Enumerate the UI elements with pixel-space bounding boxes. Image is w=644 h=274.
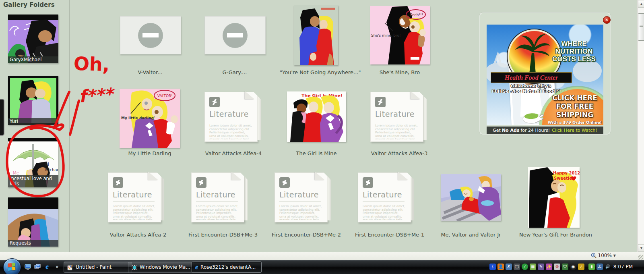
taskbar-button-label: Windows Movie Ma... <box>140 264 190 270</box>
thumb-new-years-gift[interactable]: Happy 2012, Sweetie! <box>528 167 580 228</box>
tray-update-icon[interactable]: 👤 <box>497 264 504 270</box>
thumb-title[interactable]: G-Gary.... <box>204 69 265 75</box>
paint-icon <box>67 264 73 270</box>
thumb-lit-first-encounter-2[interactable]: Literature Lorem ipsum dolor sit amet, c… <box>275 172 332 222</box>
svg-text:Me: Me <box>13 171 19 175</box>
zoom-dropdown-arrow[interactable]: ▼ <box>613 254 616 257</box>
tray-mouse-error-icon[interactable]: ⊗ <box>554 264 560 270</box>
scrollbar-up-button[interactable]: ▲ <box>638 0 644 8</box>
annotation-expletive: f*** <box>78 84 113 106</box>
thumb-lit-valtor-attacks-alfea-2[interactable]: Literature Lorem ipsum dolor sit amet, c… <box>108 172 165 222</box>
ad-close-button[interactable]: ✕ <box>603 16 611 24</box>
taskbar-button-movie-maker[interactable]: Windows Movie Ma... <box>128 262 194 273</box>
ad-cta-text[interactable]: CLICK HEREFOR FREESHIPPING <box>546 94 603 119</box>
noads-watch-link[interactable]: Click Here to Watch! <box>552 128 597 133</box>
taskbar-button-paint[interactable]: Untitled - Paint <box>64 262 132 273</box>
svg-text:Michael: Michael <box>45 168 58 172</box>
ad-offer-text: With a $79 Order Online! <box>546 120 603 125</box>
noads-text: Get <box>493 128 501 133</box>
thumb-title[interactable]: First Encounter-DSB+Me-3 <box>188 232 255 238</box>
quicklaunch-overflow-chevron[interactable]: » <box>55 263 60 270</box>
literature-excerpt: Lorem ipsum dolor sit amet, consectetur … <box>279 205 322 220</box>
thumb-title[interactable]: New Year's Gift For Brandon <box>519 232 588 238</box>
thumb-title[interactable]: Me, Valtor and Valtor Jr <box>439 232 503 238</box>
windows-logo-icon <box>8 263 16 271</box>
thumb-title[interactable]: Valtor Attacks Alfea-2 <box>108 232 168 238</box>
taskbar-button-label: Untitled - Paint <box>76 264 111 270</box>
thumb-shes-mine-bro[interactable]: Eeeh!!! She's mine, bro! <box>370 6 430 64</box>
folder-label[interactable]: Yuri <box>8 118 58 125</box>
thumb-v-valtor[interactable] <box>120 16 181 54</box>
thumb-me-valtor-jr[interactable] <box>441 174 501 221</box>
thumb-title[interactable]: Valtor Attacks Alfea-4 <box>203 150 264 156</box>
tray-antivirus-icon[interactable]: ✓ <box>578 264 584 270</box>
thumb-youre-not-going[interactable] <box>294 5 338 65</box>
thumb-title[interactable]: She's Mine, Bro <box>369 69 430 75</box>
ad-container: WHERENUTRITIONCOSTS LESS Health Food Cen… <box>479 12 611 135</box>
browser-status-bar: 100% ▼ <box>0 252 644 260</box>
blocked-icon <box>138 23 163 48</box>
folder-garyxmichael-art <box>8 15 58 63</box>
blocked-icon <box>223 23 248 48</box>
folder-label[interactable]: Incestual love and kids <box>8 175 58 187</box>
thumb-lit-first-encounter-3[interactable]: Literature Lorem ipsum dolor sit amet, c… <box>191 172 248 222</box>
vertical-scrollbar[interactable]: ▲ ▼ <box>637 0 644 252</box>
deviantart-logo-icon <box>375 97 386 107</box>
folder-requests[interactable]: Requests <box>8 197 58 247</box>
tray-power-battery-icon[interactable]: ▮ <box>588 264 595 270</box>
folder-garyxmichael[interactable]: GaryXMichael <box>8 15 58 63</box>
internet-explorer-icon: e <box>195 264 198 271</box>
tray-offline-user-icon[interactable]: ✗ <box>506 264 512 270</box>
svg-text:VALTOR!: VALTOR! <box>157 94 173 98</box>
tray-security-shield-icon[interactable]: 🛡 <box>562 264 568 270</box>
zoom-control[interactable]: 100% ▼ <box>591 253 616 258</box>
thumb-the-girl-is-mine[interactable]: The Girl Is Mine! <box>287 91 346 142</box>
scrollbar-thumb[interactable] <box>638 13 644 41</box>
thumb-title[interactable]: Valtor Attacks Alfea-3 <box>369 150 429 156</box>
cursor-arrow-icon <box>535 114 545 125</box>
tray-bluetooth-icon[interactable]: ᛒ <box>489 264 496 270</box>
folder-yuri-art <box>8 76 58 125</box>
tray-display-icon[interactable]: 🖵 <box>514 264 520 270</box>
resize-grip[interactable] <box>638 255 643 259</box>
windows-taskbar: e » Untitled - Paint Windows Movie Ma...… <box>0 260 644 274</box>
folder-requests-art <box>8 197 58 247</box>
start-button[interactable] <box>3 258 21 274</box>
girl-is-mine-art: The Girl Is Mine! <box>287 91 346 142</box>
quicklaunch-internet-explorer[interactable]: e <box>43 263 51 270</box>
tray-camera-icon[interactable]: ◉ <box>570 264 576 270</box>
tray-tablet-pen-icon[interactable]: ✎ <box>538 264 544 270</box>
literature-heading: Literature <box>209 110 249 118</box>
thumb-title[interactable]: The Girl Is Mine <box>286 150 347 156</box>
thumb-title[interactable]: My Little Darling <box>120 150 180 156</box>
folder-yuri[interactable]: Yuri <box>8 76 58 125</box>
quicklaunch-show-desktop[interactable] <box>24 263 31 270</box>
thumb-g-gary[interactable] <box>204 16 266 54</box>
taskbar-clock[interactable]: 8:07 PM <box>613 264 633 270</box>
folder-label[interactable]: Requests <box>8 240 58 247</box>
thumb-lit-valtor-attacks-alfea-4[interactable]: Literature Lorem ipsum dolor sit amet, c… <box>204 92 262 141</box>
thumb-title[interactable]: First Encounter-DSB+Me-2 <box>272 232 338 238</box>
folder-label[interactable]: GaryXMichael <box>8 56 58 63</box>
taskbar-button-deviantart[interactable]: e Rose3212's deviantA... <box>192 262 262 273</box>
thumb-lit-valtor-attacks-alfea-3[interactable]: Literature Lorem ipsum dolor sit amet, c… <box>370 92 427 141</box>
tray-effects-icon[interactable]: ✨ <box>546 264 552 270</box>
thumb-title[interactable]: V-Valtor... <box>120 69 180 75</box>
deviantart-logo-icon <box>279 177 290 188</box>
thumb-title[interactable]: "You're Not Going Anywhere..." <box>280 69 352 75</box>
folder-incestual-love[interactable]: BJ Michael Me Incestual love and kids <box>8 138 58 187</box>
tray-volume-icon[interactable]: 🔊 <box>605 264 611 270</box>
zoom-level: 100% <box>598 253 612 258</box>
ad-headline: WHERENUTRITIONCOSTS LESS <box>548 40 600 63</box>
tray-verified-icon[interactable]: ✓ <box>522 264 528 270</box>
tray-network-icon[interactable]: 🖧 <box>597 264 603 270</box>
thumb-title[interactable]: First Encounter-DSB+Me-1 <box>355 232 421 238</box>
tray-photo-gallery-icon[interactable]: ▦ <box>530 264 536 270</box>
literature-excerpt: Lorem ipsum dolor sit amet, consectetur … <box>363 205 405 220</box>
quicklaunch-switch-windows[interactable] <box>34 263 41 270</box>
scrollbar-down-button[interactable]: ▼ <box>638 244 644 252</box>
thumb-my-little-darling[interactable]: VALTOR! My little darling' <box>120 89 180 148</box>
health-food-ad-banner[interactable]: WHERENUTRITIONCOSTS LESS Health Food Cen… <box>487 25 603 125</box>
thumb-lit-first-encounter-1[interactable]: Literature Lorem ipsum dolor sit amet, c… <box>358 172 415 222</box>
literature-excerpt: Lorem ipsum dolor sit amet, consectetur … <box>196 205 239 220</box>
